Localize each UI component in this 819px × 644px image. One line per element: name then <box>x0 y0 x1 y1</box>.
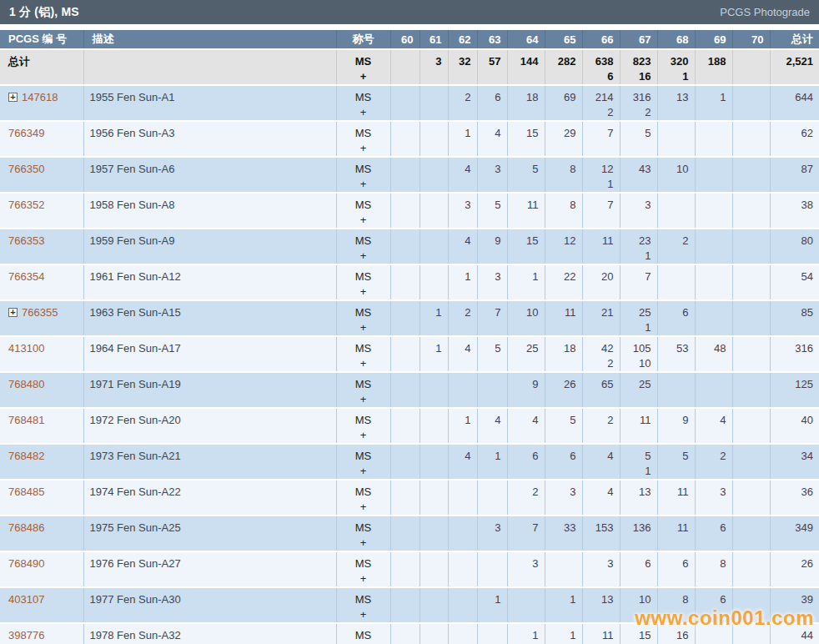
grade-cell <box>420 444 448 480</box>
grade-cell <box>507 587 545 623</box>
pcgs-number-cell: 766352 <box>0 193 83 229</box>
grade-cell <box>448 551 477 587</box>
row-total: 125 <box>770 372 819 408</box>
grade-cell: 1 <box>420 300 448 336</box>
grade-cell: 6 <box>545 444 582 480</box>
grade-cell: 1 <box>545 623 582 644</box>
pcgs-number-cell: 768490 <box>0 551 83 587</box>
grade-cell <box>732 623 770 644</box>
pcgs-number-link[interactable]: 766353 <box>8 234 44 247</box>
grade-cell <box>448 587 477 623</box>
grade-cell: 3 <box>620 193 657 229</box>
table-row: 7663541961 Fen Sun-A12MS +1312220754 <box>0 264 819 300</box>
coin-description: 1958 Fen Sun-A8 <box>83 193 336 229</box>
pcgs-number-link[interactable]: 766350 <box>8 163 44 175</box>
pcgs-number-link[interactable]: 766352 <box>8 199 44 211</box>
pcgs-number-link[interactable]: 768481 <box>8 414 44 426</box>
grade-cell <box>657 193 695 229</box>
grade-cell: 6 <box>657 300 695 336</box>
grade-cell: 18 <box>545 336 582 372</box>
grade-cell <box>390 85 420 121</box>
grade-cell: 65 <box>582 372 620 408</box>
table-row: 7684801971 Fen Sun-A19MS +9266525125 <box>0 372 819 408</box>
totals-grade-cell <box>732 49 770 85</box>
grade-cell: 3 <box>582 551 620 587</box>
pcgs-number-link[interactable]: 766354 <box>8 270 44 283</box>
grade-cell <box>390 480 420 516</box>
grade-cell: 13 <box>582 587 620 623</box>
grade-cell <box>732 480 770 516</box>
grade-cell <box>732 336 770 372</box>
coin-description: 1955 Fen Sun-A1 <box>83 85 336 121</box>
grade-cell: 16 <box>657 623 695 644</box>
pcgs-number-cell: 768480 <box>0 372 83 408</box>
pcgs-number-link[interactable]: 768485 <box>8 486 44 498</box>
totals-grade-cell: 32 <box>448 49 477 85</box>
totals-grade-cell: 638 6 <box>582 49 620 85</box>
grade-cell <box>657 264 695 300</box>
designation-cell: MS + <box>336 551 390 587</box>
grade-cell: 69 <box>545 85 582 121</box>
designation-cell: MS + <box>336 408 390 444</box>
pcgs-number-link[interactable]: 768480 <box>8 378 44 390</box>
grade-cell: 10 <box>620 587 657 623</box>
grade-cell <box>420 587 448 623</box>
column-header-13: 70 <box>732 30 770 49</box>
row-total: 26 <box>770 551 819 587</box>
grade-cell <box>390 408 420 444</box>
grade-cell: 316 2 <box>620 85 657 121</box>
totals-grade-cell: 144 <box>507 49 545 85</box>
grade-cell <box>420 193 448 229</box>
pcgs-number-link[interactable]: 147618 <box>22 91 58 103</box>
column-header-10: 67 <box>620 30 657 49</box>
row-total: 40 <box>770 408 819 444</box>
grade-cell: 4 <box>448 336 477 372</box>
grade-cell: 25 1 <box>620 300 657 336</box>
grade-cell: 11 <box>582 229 620 264</box>
grade-cell <box>390 516 420 551</box>
title-bar: 1 分 (铝), MS PCGS Photograde <box>0 0 819 24</box>
pcgs-number-link[interactable]: 766355 <box>22 306 58 319</box>
pcgs-number-link[interactable]: 768482 <box>8 450 44 462</box>
designation-cell: MS + <box>336 480 390 516</box>
grade-cell <box>420 480 448 516</box>
grade-cell: 6 <box>477 85 507 121</box>
grade-cell: 1 <box>448 408 477 444</box>
grade-cell: 10 <box>657 157 695 193</box>
column-header-2: 称号 <box>336 30 390 49</box>
grade-cell: 13 <box>657 85 695 121</box>
pcgs-number-link[interactable]: 398776 <box>8 629 44 641</box>
grade-cell: 2 <box>582 408 620 444</box>
row-total: 36 <box>770 480 819 516</box>
grade-cell <box>732 408 770 444</box>
expand-plus-icon[interactable]: + <box>8 308 18 317</box>
grade-cell: 5 <box>477 193 507 229</box>
totals-grade-cell: 320 1 <box>657 49 695 85</box>
grade-cell: 29 <box>545 121 582 157</box>
table-row: 3987761978 Fen Sun-A32MS +1111151644 <box>0 623 819 644</box>
photograde-link[interactable]: PCGS Photograde <box>720 6 810 18</box>
grade-cell: 1 <box>477 587 507 623</box>
pcgs-number-link[interactable]: 413100 <box>8 342 44 355</box>
grade-cell: 23 1 <box>620 229 657 264</box>
grade-cell: 1 <box>420 336 448 372</box>
grade-cell <box>545 551 582 587</box>
pcgs-number-link[interactable]: 403107 <box>8 593 44 606</box>
grade-cell: 12 1 <box>582 157 620 193</box>
totals-grade-cell <box>390 49 420 85</box>
totals-description <box>83 49 336 85</box>
grade-cell <box>420 551 448 587</box>
pcgs-number-link[interactable]: 768490 <box>8 557 44 570</box>
grade-cell <box>390 229 420 264</box>
pcgs-number-link[interactable]: 768486 <box>8 521 44 534</box>
grade-cell <box>732 551 770 587</box>
expand-plus-icon[interactable]: + <box>8 93 18 102</box>
grade-cell: 4 <box>582 444 620 480</box>
grade-cell <box>420 121 448 157</box>
pcgs-number-link[interactable]: 766349 <box>8 127 44 139</box>
grade-cell: 4 <box>507 408 545 444</box>
grade-cell: 4 <box>448 229 477 264</box>
grade-cell <box>477 372 507 408</box>
grade-cell <box>390 121 420 157</box>
grade-cell: 5 <box>507 157 545 193</box>
